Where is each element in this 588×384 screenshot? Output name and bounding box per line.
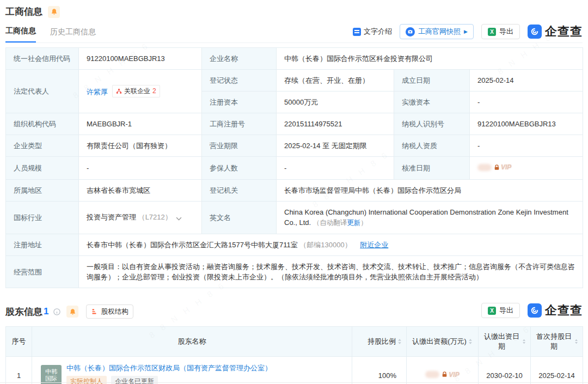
business-info-table: 统一社会信用代码 91220100MAEBGBJR13 企业名称 中韩（长春）国… [5, 47, 583, 288]
nearby-companies-link[interactable]: 附近企业 [360, 241, 388, 249]
english-name-value: China Korea (Changchun) International Co… [277, 202, 583, 234]
snapshot-arrow-icon: ▶ [464, 29, 468, 34]
row-no: 1 [6, 357, 32, 384]
org-chart-icon [91, 308, 98, 315]
shareholder-name-cell: 中韩 国际 中韩（长春）国际合作示范区财政局（国有资产监督管理办公室） 实际控制… [36, 363, 347, 384]
shareholder-row: 1 中韩 国际 中韩（长春）国际合作示范区财政局（国有资产监督管理办公室） 实际… [6, 357, 583, 384]
qichacha-logo[interactable]: 企查查 [528, 23, 583, 40]
est-date-value: 2025-02-14 [470, 70, 583, 92]
tab-business-info[interactable]: 工商信息 [5, 26, 36, 42]
insured-value: - [277, 157, 394, 180]
related-icon [116, 88, 122, 94]
camera-icon [406, 27, 415, 36]
sort-icon [522, 338, 526, 345]
taxpayer-id-label: 纳税人识别号 [394, 113, 470, 135]
shareholders-count: 1 [44, 306, 48, 317]
shareholders-export-button[interactable]: X 导出 [481, 303, 520, 318]
paid-capital-label: 实缴资本 [394, 92, 470, 113]
region-label: 所属地区 [6, 180, 79, 202]
business-term-label: 营业期限 [202, 135, 277, 157]
address-value: 长春市中韩（长春）国际合作示范区金汇大路1577号中韩大厦711室 （邮编130… [79, 234, 583, 256]
col-amount-sort[interactable]: 认缴出资额(万元) [412, 337, 473, 346]
sort-icon [397, 338, 402, 345]
legal-rep-label: 法定代表人 [6, 70, 79, 113]
company-type-label: 企业类型 [6, 135, 79, 157]
export-button[interactable]: X 导出 [481, 24, 520, 39]
page-title: 工商信息 [5, 5, 42, 18]
header-actions: 文字介绍 工商官网快照 ▶ X 导出 企查查 [353, 23, 583, 40]
redacted-blur [425, 371, 439, 378]
translate-update-link[interactable]: 更新 [347, 219, 360, 227]
lock-icon [493, 164, 500, 171]
org-code-value: MAEBGBJR-1 [79, 113, 202, 135]
industry-label: 国标行业 [6, 202, 79, 234]
first-date-value: 2025-02-14 [531, 357, 583, 384]
redacted-blur [477, 164, 492, 171]
staff-size-value: - [79, 157, 202, 180]
shareholders-bell-icon[interactable] [66, 306, 78, 318]
taxpayer-qual-label: 纳税人资质 [394, 135, 470, 157]
page-bottom-divider [0, 382, 588, 383]
notify-bell-icon[interactable] [48, 6, 60, 18]
business-term-value: 2025-02-14 至 无固定期限 [277, 135, 394, 157]
col-subdate-sort[interactable]: 认缴出资日期 [483, 332, 526, 351]
reg-status-value: 存续（在营、开业、在册） [277, 70, 394, 92]
shareholders-header: 股东信息 1 股权结构 X 导出 企查查 [5, 302, 583, 321]
chevron-down-icon[interactable] [176, 214, 182, 222]
qichacha-logo[interactable]: 企查查 [528, 302, 583, 319]
staff-size-label: 人员规模 [6, 157, 79, 180]
vip-locked-value[interactable]: VIP [425, 371, 459, 379]
amount-value: VIP [407, 357, 479, 384]
region-value: 吉林省长春市宽城区 [79, 180, 202, 202]
sort-icon [574, 338, 578, 345]
text-intro-icon [353, 28, 361, 36]
excel-icon: X [488, 307, 496, 315]
lock-icon [441, 371, 448, 378]
shareholder-avatar[interactable]: 中韩 国际 [41, 365, 62, 384]
legal-rep-cell: 许紫厚关联企业2 [79, 70, 202, 113]
reg-no-value: 220151114975521 [277, 113, 394, 135]
shareholders-actions: X 导出 企查查 [481, 302, 583, 319]
info-icon[interactable] [53, 308, 61, 316]
business-info-header: 工商信息 [5, 5, 583, 18]
vip-locked-value[interactable]: VIP [477, 162, 511, 173]
scope-label: 经营范围 [6, 256, 79, 288]
taxpayer-id-value: 91220100MAEBGBJR13 [470, 113, 583, 135]
col-ratio-sort[interactable]: 持股比例 [367, 337, 402, 346]
company-name-label: 企业名称 [202, 48, 277, 70]
tab-history-business-info[interactable]: 历史工商信息 [50, 27, 96, 42]
sort-icon [468, 338, 473, 345]
text-intro-button[interactable]: 文字介绍 [353, 27, 392, 36]
authority-label: 登记机关 [202, 180, 277, 202]
shareholder-name-link[interactable]: 中韩（长春）国际合作示范区财政局（国有资产监督管理办公室） [66, 363, 272, 373]
org-code-label: 组织机构代码 [6, 113, 79, 135]
related-companies-badge[interactable]: 关联企业2 [112, 85, 160, 97]
taxpayer-qual-value: - [470, 135, 583, 157]
reg-status-label: 登记状态 [202, 70, 277, 92]
official-snapshot-button[interactable]: 工商官网快照 ▶ [400, 24, 474, 39]
insured-label: 参保人数 [202, 157, 277, 180]
qichacha-icon [528, 303, 542, 318]
authority-value: 长春市市场监督管理局中韩（长春）国际合作示范区分局 [277, 180, 583, 202]
company-name-value: 中韩（长春）国际合作示范区科金投资有限公司 [277, 48, 583, 70]
credit-code-label: 统一社会信用代码 [6, 48, 79, 70]
reg-capital-label: 注册资本 [202, 92, 277, 113]
credit-code-value: 91220100MAEBGBJR13 [79, 48, 202, 70]
approval-date-label: 核准日期 [394, 157, 470, 180]
ratio-value: 100% [352, 357, 407, 384]
industry-value: 投资与资产管理 （L7212） [79, 202, 202, 234]
shareholders-title: 股东信息 [5, 306, 42, 318]
address-label: 注册地址 [6, 234, 79, 256]
reg-capital-value: 50000万元 [277, 92, 394, 113]
legal-rep-link[interactable]: 许紫厚 [87, 88, 108, 96]
shareholders-header-row: 序号 股东名称 持股比例 认缴出资额(万元) 认缴出资日期 首次持股日期 [6, 327, 583, 357]
business-info-page: 8 8 N H H 8 6 8 8 N H H 8 6 8 8 N H H 8 … [0, 0, 588, 384]
col-firstdate-sort[interactable]: 首次持股日期 [535, 332, 578, 351]
equity-structure-button[interactable]: 股权结构 [86, 304, 133, 319]
col-name: 股东名称 [32, 327, 352, 357]
english-name-label: 英文名 [202, 202, 277, 234]
est-date-label: 成立日期 [394, 70, 470, 92]
qichacha-icon [528, 25, 542, 39]
scope-value: 一般项目：以自有资金从事投资活动；融资咨询服务；技术服务、技术开发、技术咨询、技… [79, 256, 583, 288]
approval-date-value: VIP [470, 157, 583, 180]
